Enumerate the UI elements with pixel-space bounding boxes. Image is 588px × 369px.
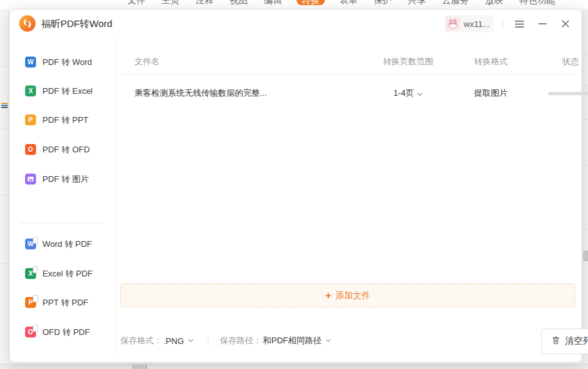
close-icon[interactable] bbox=[558, 17, 573, 31]
col-filename: 文件名 bbox=[134, 56, 284, 68]
page-range-dropdown[interactable]: 1-4页 bbox=[362, 87, 455, 99]
excel-icon: X bbox=[25, 86, 36, 96]
sidebar-item-ppt-to-pdf[interactable]: P PPT 转 PDF bbox=[10, 288, 115, 317]
save-format-dropdown[interactable]: 保存格式： .PNG bbox=[120, 335, 194, 346]
background-tab-strip: 文件 主页 注释 视图 编辑 转换 表单 保护 共享 云服务 放映 特色功能 bbox=[0, 0, 588, 6]
ppt-icon: P bbox=[25, 297, 36, 308]
user-avatar bbox=[446, 17, 460, 31]
table-header-divider bbox=[120, 74, 575, 75]
bg-tab-present[interactable]: 放映 bbox=[484, 0, 504, 5]
col-page-range: 转换页数范围 bbox=[362, 56, 455, 68]
screen: 文件 主页 注释 视图 编辑 转换 表单 保护 共享 云服务 放映 特色功能 bbox=[0, 0, 588, 369]
bg-panel-icon bbox=[1, 103, 8, 111]
save-path-label: 保存路径： bbox=[220, 335, 262, 346]
sidebar-item-pdf-to-image[interactable]: PDF 转 图片 bbox=[10, 165, 115, 194]
ppt-icon: P bbox=[25, 114, 36, 125]
table-header: 文件名 转换页数范围 转换格式 状态 操作 bbox=[120, 56, 575, 74]
trash-icon bbox=[551, 336, 560, 347]
table-row: 乘客检测系统无线传输数据的完整... 1-4页 提取图片 bbox=[120, 82, 575, 106]
bg-tab-cloud[interactable]: 云服务 bbox=[441, 0, 470, 5]
bg-tab-protect[interactable]: 保护 bbox=[372, 0, 393, 5]
sidebar-item-word-to-pdf[interactable]: W Word 转 PDF bbox=[10, 230, 115, 258]
dialog-titlebar: 福昕PDF转Word wx11... bbox=[10, 10, 582, 38]
clear-list-label: 清空列表 bbox=[565, 336, 588, 347]
word-icon: W bbox=[25, 57, 36, 68]
bg-tab-comment[interactable]: 注释 bbox=[194, 0, 215, 5]
ofd-icon: O bbox=[25, 327, 36, 338]
add-file-button[interactable]: + 添加文件 bbox=[120, 284, 575, 307]
conversion-sidebar: W PDF 转 Word X PDF 转 Excel P PDF 转 PPT O… bbox=[10, 43, 115, 356]
progress-track bbox=[548, 92, 588, 95]
footer-divider bbox=[208, 336, 208, 345]
bg-tab-home[interactable]: 主页 bbox=[160, 0, 181, 5]
bg-tab-convert-active[interactable]: 转换 bbox=[297, 0, 325, 5]
chevron-down-icon bbox=[188, 339, 194, 343]
bg-tab-file[interactable]: 文件 bbox=[126, 0, 147, 5]
clear-list-button[interactable]: 清空列表 bbox=[541, 328, 588, 354]
background-app-statusbar bbox=[0, 364, 588, 369]
save-path-dropdown[interactable]: 保存路径： 和PDF相同路径 bbox=[220, 335, 331, 346]
save-format-value: .PNG bbox=[163, 336, 184, 346]
dialog-title: 福昕PDF转Word bbox=[41, 18, 113, 30]
user-account[interactable]: wx11... bbox=[445, 15, 493, 32]
sidebar-item-pdf-to-ppt[interactable]: P PDF 转 PPT bbox=[10, 105, 115, 134]
chevron-down-icon bbox=[326, 339, 331, 343]
sidebar-content-divider bbox=[115, 38, 116, 356]
sidebar-group-divider bbox=[20, 222, 105, 223]
user-name: wx11... bbox=[464, 19, 490, 29]
background-app-left-edge bbox=[0, 9, 9, 364]
sidebar-item-pdf-to-excel[interactable]: X PDF 转 Excel bbox=[10, 76, 115, 105]
minimize-icon[interactable] bbox=[535, 17, 549, 31]
image-icon bbox=[25, 174, 36, 184]
bg-tab-form[interactable]: 表单 bbox=[338, 0, 359, 5]
pdf-converter-dialog: 福昕PDF转Word wx11... bbox=[9, 9, 582, 363]
chevron-down-icon bbox=[417, 89, 423, 98]
menu-icon[interactable] bbox=[512, 17, 526, 31]
footer-bar: 保存格式： .PNG 保存路径： 和PDF相同路径 bbox=[120, 327, 575, 355]
titlebar-divider bbox=[502, 19, 503, 28]
ofd-icon: O bbox=[25, 144, 36, 155]
sidebar-item-ofd-to-pdf[interactable]: O OFD 转 PDF bbox=[10, 318, 115, 346]
bg-tab-view[interactable]: 视图 bbox=[228, 0, 249, 5]
bg-tab-share[interactable]: 共享 bbox=[407, 0, 427, 5]
col-status: 状态 bbox=[524, 56, 588, 68]
background-app-top: 文件 主页 注释 视图 编辑 转换 表单 保护 共享 云服务 放映 特色功能 bbox=[0, 0, 588, 9]
foxit-logo-icon bbox=[19, 15, 36, 32]
conversion-panel: 文件名 转换页数范围 转换格式 状态 操作 乘客检测系统无线传输数据的完整...… bbox=[120, 43, 575, 356]
file-name: 乘客检测系统无线传输数据的完整... bbox=[134, 87, 284, 99]
plus-icon: + bbox=[326, 290, 332, 301]
bg-tab-features[interactable]: 特色功能 bbox=[518, 0, 556, 5]
add-file-label: 添加文件 bbox=[335, 290, 370, 302]
bg-tab-edit[interactable]: 编辑 bbox=[262, 0, 283, 5]
save-format-label: 保存格式： bbox=[120, 335, 162, 346]
progress-bar bbox=[524, 87, 588, 97]
sidebar-item-pdf-to-word[interactable]: W PDF 转 Word bbox=[10, 48, 115, 76]
save-path-value: 和PDF相同路径 bbox=[263, 335, 322, 346]
word-icon: W bbox=[25, 239, 36, 249]
sidebar-item-excel-to-pdf[interactable]: X Excel 转 PDF bbox=[10, 259, 115, 288]
bg-scrollbar-thumb[interactable] bbox=[583, 251, 588, 261]
excel-icon: X bbox=[25, 268, 36, 279]
sidebar-item-pdf-to-ofd[interactable]: O PDF 转 OFD bbox=[10, 135, 115, 164]
